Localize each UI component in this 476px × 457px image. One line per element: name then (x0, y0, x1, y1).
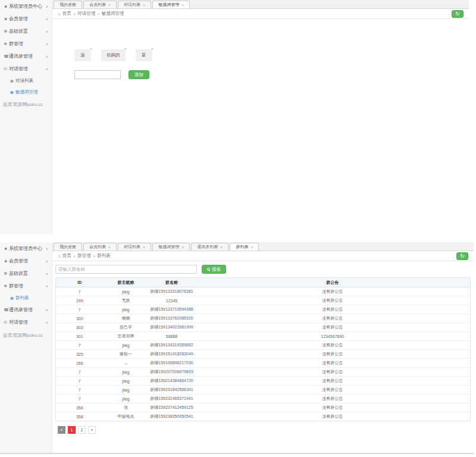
close-icon[interactable]: × (143, 245, 145, 249)
admin-panel-group-list: ☻ 系统管理员中心 ∨ ☻ 会员管理 ∨ ☸ 基础设置 ∨ ❖ 群管理 ∧ ▦ … (0, 242, 474, 454)
breadcrumb-current: 群列表 (97, 253, 111, 259)
cell-id: 356 (56, 403, 104, 412)
close-icon[interactable]: × (220, 245, 223, 249)
cell-owner-nickname: 侧侧 (104, 314, 149, 323)
cell-owner-nickname: 无敌 (104, 296, 149, 305)
table-row[interactable]: 301 王者归来 58888 1234567890 (56, 332, 471, 341)
tab-contact-list[interactable]: 通讯录列表 × (191, 243, 228, 251)
new-word-input[interactable] (74, 70, 121, 79)
cell-owner-nickname: jileg (104, 368, 149, 377)
sidebar-item-sensitive-words[interactable]: ▦ 敏感词管理 (0, 86, 52, 98)
table-row[interactable]: 7 jileg 群聊159133719594388 没有群公告 (56, 305, 471, 314)
cell-group-notice: 1234567890 (195, 332, 471, 341)
col-header-group-notice: 群公告 (195, 278, 471, 287)
sidebar-item-contacts[interactable]: ☎ 通讯录管理 ∨ (0, 303, 52, 316)
close-icon[interactable]: × (108, 3, 111, 7)
close-icon[interactable]: × (250, 245, 253, 249)
sidebar-item-groups[interactable]: ❖ 群管理 ∧ (0, 280, 52, 292)
table-row[interactable]: 325 够勒一 群聊159151418283049 没有群公告 (56, 350, 471, 359)
close-icon[interactable]: × (143, 3, 145, 7)
breadcrumb-home[interactable]: 首页 (62, 11, 71, 17)
close-icon[interactable]: × (151, 47, 154, 51)
sidebar-item-basic-settings[interactable]: ☸ 基础设置 ∨ (0, 267, 52, 280)
main-area: 我的桌面 会员列表 × 对话列表 × 敏感词管理 × ⌂ 首页 > 对话管理 >… (52, 0, 469, 234)
pagination-page-1[interactable]: 1 (68, 426, 76, 434)
close-icon[interactable]: × (181, 245, 184, 249)
tab-group-list[interactable]: 群列表 × (230, 243, 259, 251)
sidebar-item-groups[interactable]: ❖ 群管理 ∨ (0, 37, 52, 50)
cell-group-notice: 没有群公告 (195, 403, 471, 412)
table-row[interactable]: 7 jileg 群聊159232465371941 没有群公告 (56, 395, 471, 403)
close-icon[interactable]: × (90, 47, 92, 51)
tab-sensitive-words[interactable]: 敏感词管理 × (152, 243, 190, 251)
tab-desktop[interactable]: 我的桌面 (54, 243, 82, 251)
breadcrumb-home[interactable]: 首页 (62, 253, 71, 259)
sidebar-item-members[interactable]: ☻ 会员管理 ∨ (0, 255, 52, 267)
pagination-prev[interactable]: « (58, 426, 65, 434)
users-icon: ❖ (4, 284, 9, 289)
close-icon[interactable]: × (181, 3, 184, 7)
cell-group-notice: 没有群公告 (195, 305, 471, 314)
sidebar-item-group-list[interactable]: ▦ 群列表 (0, 292, 52, 303)
sidebar-item-admin-center[interactable]: ☻ 系统管理员中心 ∨ (0, 0, 52, 12)
refresh-button[interactable]: ↻ (452, 10, 464, 18)
sidebar-footer-link[interactable]: 提库资源网soku.cc (0, 98, 52, 111)
sensitive-words-panel: 滚 × 你妈的 × 草 × 添加 (52, 19, 469, 79)
sensitive-word-chip[interactable]: 滚 × (74, 49, 91, 61)
close-icon[interactable]: × (108, 245, 111, 249)
search-icon (207, 268, 210, 271)
user-icon: ☻ (4, 4, 9, 8)
add-word-row: 添加 (74, 70, 469, 79)
group-name-search-input[interactable] (55, 265, 197, 274)
tab-dialog-list[interactable]: 对话列表 × (118, 243, 151, 251)
table-row[interactable]: 299 无敌 12345 没有群公告 (56, 296, 471, 305)
table-row[interactable]: 7 jileg 群聊159231842566341 没有群公告 (56, 386, 471, 395)
pagination-page-2[interactable]: 2 (78, 426, 86, 434)
table-row[interactable]: 300 侧侧 群聊159133762085320 没有群公告 (56, 314, 471, 323)
search-button[interactable]: 搜索 (202, 265, 226, 274)
home-icon: ⌂ (58, 11, 61, 17)
sidebar-item-basic-settings[interactable]: ☸ 基础设置 ∨ (0, 25, 52, 37)
table-row[interactable]: 7 jileg 群聊159207006979893 没有群公告 (56, 368, 471, 377)
refresh-icon: ↻ (460, 253, 465, 259)
chevron-down-icon: ∨ (46, 4, 48, 8)
table-row[interactable]: 7 jileg 群聊159133318076381 没有群公告 (56, 287, 471, 296)
table-row[interactable]: 303 自己不 群聊159134022681999 没有群公告 (56, 323, 471, 332)
sidebar-footer-link[interactable]: 提库资源网soku.cc (0, 328, 52, 342)
tab-member-list[interactable]: 会员列表 × (83, 1, 117, 8)
tab-member-list[interactable]: 会员列表 × (83, 243, 117, 251)
cell-id: 358 (56, 412, 104, 421)
chevron-down-icon: ∨ (46, 308, 48, 312)
table-row[interactable]: 266 -- 群聊159195896217030 没有群公告 (56, 359, 471, 368)
table-row[interactable]: 7 jileg 群聊159214384864720 没有群公告 (56, 377, 471, 386)
cell-id: 7 (56, 287, 104, 296)
sidebar-item-admin-center[interactable]: ☻ 系统管理员中心 ∨ (0, 242, 52, 255)
cell-id: 299 (56, 296, 104, 305)
add-word-button[interactable]: 添加 (129, 70, 149, 79)
sidebar-item-dialogs[interactable]: ✉ 对话管理 ∧ (0, 62, 52, 75)
close-icon[interactable]: × (124, 47, 127, 51)
cell-group-notice: 没有群公告 (195, 314, 471, 323)
tab-bar: 我的桌面 会员列表 × 对话列表 × 敏感词管理 × (52, 0, 469, 9)
refresh-button[interactable]: ↻ (456, 252, 468, 260)
tab-desktop[interactable]: 我的桌面 (54, 1, 82, 8)
cell-id: 7 (56, 368, 104, 377)
sidebar-item-members[interactable]: ☻ 会员管理 ∨ (0, 12, 52, 25)
sidebar: ☻ 系统管理员中心 ∨ ☻ 会员管理 ∨ ☸ 基础设置 ∨ ❖ 群管理 ∨ ☎ … (0, 0, 52, 234)
table-row[interactable]: 356 强 群聊159237412459125 没有群公告 (56, 403, 471, 412)
cell-id: 7 (56, 305, 104, 314)
cell-id: 7 (56, 377, 104, 386)
col-header-owner-nickname: 群主昵称 (104, 278, 149, 287)
cell-group-name: 群聊159232465371941 (149, 395, 195, 403)
pagination-next[interactable]: » (88, 426, 96, 434)
sidebar-item-dialog-list[interactable]: ▦ 对话列表 (0, 75, 52, 86)
sidebar-item-contacts[interactable]: ☎ 通讯录管理 ∨ (0, 50, 52, 62)
table-row[interactable]: 358 中国电点 群聊159238350050541 没有群公告 (56, 412, 471, 421)
sensitive-word-chip[interactable]: 你妈的 × (101, 49, 126, 61)
table-row[interactable]: 7 jileg 群聊159134319359852 没有群公告 (56, 341, 471, 350)
tab-dialog-list[interactable]: 对话列表 × (118, 1, 151, 8)
cell-group-notice: 没有群公告 (195, 377, 471, 386)
tab-sensitive-words[interactable]: 敏感词管理 × (152, 1, 190, 8)
sensitive-word-chip[interactable]: 草 × (136, 49, 152, 61)
sidebar-item-dialogs[interactable]: ✉ 对话管理 ∨ (0, 316, 52, 328)
